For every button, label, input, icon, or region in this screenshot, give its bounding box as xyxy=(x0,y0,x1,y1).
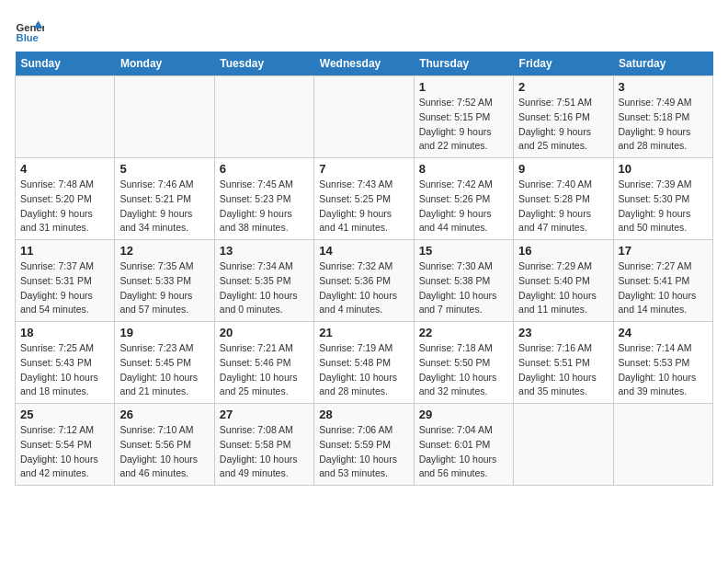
calendar-cell xyxy=(613,404,712,486)
day-number: 9 xyxy=(518,162,608,176)
week-row-3: 11Sunrise: 7:37 AMSunset: 5:31 PMDayligh… xyxy=(16,240,713,322)
day-info: Sunrise: 7:19 AMSunset: 5:48 PMDaylight:… xyxy=(319,341,408,399)
day-number: 13 xyxy=(220,244,309,258)
calendar-cell: 22Sunrise: 7:18 AMSunset: 5:50 PMDayligh… xyxy=(414,322,513,404)
calendar-cell xyxy=(16,76,115,158)
day-number: 11 xyxy=(20,244,109,258)
days-header-row: SundayMondayTuesdayWednesdayThursdayFrid… xyxy=(16,52,713,76)
calendar-cell: 3Sunrise: 7:49 AMSunset: 5:18 PMDaylight… xyxy=(613,76,712,158)
day-info: Sunrise: 7:10 AMSunset: 5:56 PMDaylight:… xyxy=(119,423,209,481)
day-info: Sunrise: 7:04 AMSunset: 6:01 PMDaylight:… xyxy=(419,423,508,481)
header: General Blue xyxy=(15,15,713,44)
day-number: 20 xyxy=(220,326,309,339)
day-info: Sunrise: 7:30 AMSunset: 5:38 PMDaylight:… xyxy=(419,259,508,317)
calendar-cell: 12Sunrise: 7:35 AMSunset: 5:33 PMDayligh… xyxy=(115,240,214,322)
day-info: Sunrise: 7:32 AMSunset: 5:36 PMDaylight:… xyxy=(319,259,408,317)
calendar-cell: 28Sunrise: 7:06 AMSunset: 5:59 PMDayligh… xyxy=(314,404,414,486)
day-info: Sunrise: 7:12 AMSunset: 5:54 PMDaylight:… xyxy=(20,423,109,481)
day-header-saturday: Saturday xyxy=(613,52,712,76)
day-info: Sunrise: 7:37 AMSunset: 5:31 PMDaylight:… xyxy=(20,259,109,317)
day-number: 18 xyxy=(20,326,109,339)
day-info: Sunrise: 7:23 AMSunset: 5:45 PMDaylight:… xyxy=(119,341,209,399)
day-info: Sunrise: 7:52 AMSunset: 5:15 PMDaylight:… xyxy=(419,96,508,154)
day-info: Sunrise: 7:49 AMSunset: 5:18 PMDaylight:… xyxy=(619,96,708,154)
day-info: Sunrise: 7:18 AMSunset: 5:50 PMDaylight:… xyxy=(419,341,508,399)
calendar-cell: 13Sunrise: 7:34 AMSunset: 5:35 PMDayligh… xyxy=(214,240,313,322)
calendar-cell: 4Sunrise: 7:48 AMSunset: 5:20 PMDaylight… xyxy=(16,158,115,240)
day-number: 2 xyxy=(518,80,608,94)
calendar-cell: 15Sunrise: 7:30 AMSunset: 5:38 PMDayligh… xyxy=(414,240,513,322)
week-row-1: 1Sunrise: 7:52 AMSunset: 5:15 PMDaylight… xyxy=(16,76,713,158)
calendar-cell: 23Sunrise: 7:16 AMSunset: 5:51 PMDayligh… xyxy=(514,322,613,404)
day-number: 21 xyxy=(319,326,408,339)
day-number: 6 xyxy=(220,162,309,176)
day-info: Sunrise: 7:27 AMSunset: 5:41 PMDaylight:… xyxy=(619,259,708,317)
day-number: 15 xyxy=(419,244,508,258)
week-row-2: 4Sunrise: 7:48 AMSunset: 5:20 PMDaylight… xyxy=(16,158,713,240)
calendar-cell: 11Sunrise: 7:37 AMSunset: 5:31 PMDayligh… xyxy=(16,240,115,322)
day-number: 3 xyxy=(619,80,708,94)
calendar-cell xyxy=(115,76,214,158)
day-number: 8 xyxy=(419,162,508,176)
calendar-cell: 26Sunrise: 7:10 AMSunset: 5:56 PMDayligh… xyxy=(115,404,214,486)
day-header-monday: Monday xyxy=(115,52,214,76)
day-info: Sunrise: 7:43 AMSunset: 5:25 PMDaylight:… xyxy=(319,178,408,236)
calendar-cell: 8Sunrise: 7:42 AMSunset: 5:26 PMDaylight… xyxy=(414,158,513,240)
day-number: 28 xyxy=(319,408,408,421)
day-info: Sunrise: 7:06 AMSunset: 5:59 PMDaylight:… xyxy=(319,423,408,481)
calendar-cell xyxy=(314,76,414,158)
day-number: 4 xyxy=(20,162,109,176)
day-info: Sunrise: 7:46 AMSunset: 5:21 PMDaylight:… xyxy=(119,178,209,236)
day-info: Sunrise: 7:08 AMSunset: 5:58 PMDaylight:… xyxy=(220,423,309,481)
day-number: 7 xyxy=(319,162,408,176)
day-number: 19 xyxy=(119,326,209,339)
day-header-sunday: Sunday xyxy=(16,52,115,76)
calendar-cell: 18Sunrise: 7:25 AMSunset: 5:43 PMDayligh… xyxy=(16,322,115,404)
calendar-cell: 24Sunrise: 7:14 AMSunset: 5:53 PMDayligh… xyxy=(613,322,712,404)
day-number: 24 xyxy=(619,326,708,339)
calendar-cell: 16Sunrise: 7:29 AMSunset: 5:40 PMDayligh… xyxy=(514,240,613,322)
day-info: Sunrise: 7:42 AMSunset: 5:26 PMDaylight:… xyxy=(419,178,508,236)
calendar-cell: 20Sunrise: 7:21 AMSunset: 5:46 PMDayligh… xyxy=(214,322,313,404)
calendar-cell: 27Sunrise: 7:08 AMSunset: 5:58 PMDayligh… xyxy=(214,404,313,486)
day-info: Sunrise: 7:51 AMSunset: 5:16 PMDaylight:… xyxy=(518,96,608,154)
calendar-cell xyxy=(214,76,313,158)
day-info: Sunrise: 7:21 AMSunset: 5:46 PMDaylight:… xyxy=(220,341,309,399)
day-header-tuesday: Tuesday xyxy=(214,52,313,76)
day-number: 16 xyxy=(518,244,608,258)
calendar-cell: 7Sunrise: 7:43 AMSunset: 5:25 PMDaylight… xyxy=(314,158,414,240)
day-info: Sunrise: 7:16 AMSunset: 5:51 PMDaylight:… xyxy=(518,341,608,399)
svg-text:Blue: Blue xyxy=(17,32,39,43)
day-number: 25 xyxy=(20,408,109,421)
day-number: 1 xyxy=(419,80,508,94)
day-number: 26 xyxy=(119,408,209,421)
calendar-table: SundayMondayTuesdayWednesdayThursdayFrid… xyxy=(15,52,713,486)
day-number: 10 xyxy=(619,162,708,176)
day-info: Sunrise: 7:34 AMSunset: 5:35 PMDaylight:… xyxy=(220,259,309,317)
week-row-5: 25Sunrise: 7:12 AMSunset: 5:54 PMDayligh… xyxy=(16,404,713,486)
calendar-cell: 5Sunrise: 7:46 AMSunset: 5:21 PMDaylight… xyxy=(115,158,214,240)
calendar-cell: 6Sunrise: 7:45 AMSunset: 5:23 PMDaylight… xyxy=(214,158,313,240)
day-info: Sunrise: 7:48 AMSunset: 5:20 PMDaylight:… xyxy=(20,178,109,236)
day-info: Sunrise: 7:45 AMSunset: 5:23 PMDaylight:… xyxy=(220,178,309,236)
calendar-cell: 19Sunrise: 7:23 AMSunset: 5:45 PMDayligh… xyxy=(115,322,214,404)
day-info: Sunrise: 7:14 AMSunset: 5:53 PMDaylight:… xyxy=(619,341,708,399)
day-number: 17 xyxy=(619,244,708,258)
day-header-friday: Friday xyxy=(514,52,613,76)
day-number: 23 xyxy=(518,326,608,339)
calendar-cell: 17Sunrise: 7:27 AMSunset: 5:41 PMDayligh… xyxy=(613,240,712,322)
day-number: 22 xyxy=(419,326,508,339)
logo-icon: General Blue xyxy=(15,15,44,44)
logo: General Blue xyxy=(15,15,44,44)
week-row-4: 18Sunrise: 7:25 AMSunset: 5:43 PMDayligh… xyxy=(16,322,713,404)
day-header-wednesday: Wednesday xyxy=(314,52,414,76)
day-info: Sunrise: 7:25 AMSunset: 5:43 PMDaylight:… xyxy=(20,341,109,399)
day-info: Sunrise: 7:39 AMSunset: 5:30 PMDaylight:… xyxy=(619,178,708,236)
day-info: Sunrise: 7:35 AMSunset: 5:33 PMDaylight:… xyxy=(119,259,209,317)
day-number: 12 xyxy=(119,244,209,258)
day-number: 14 xyxy=(319,244,408,258)
day-number: 27 xyxy=(220,408,309,421)
day-number: 5 xyxy=(119,162,209,176)
calendar-cell: 1Sunrise: 7:52 AMSunset: 5:15 PMDaylight… xyxy=(414,76,513,158)
day-info: Sunrise: 7:29 AMSunset: 5:40 PMDaylight:… xyxy=(518,259,608,317)
